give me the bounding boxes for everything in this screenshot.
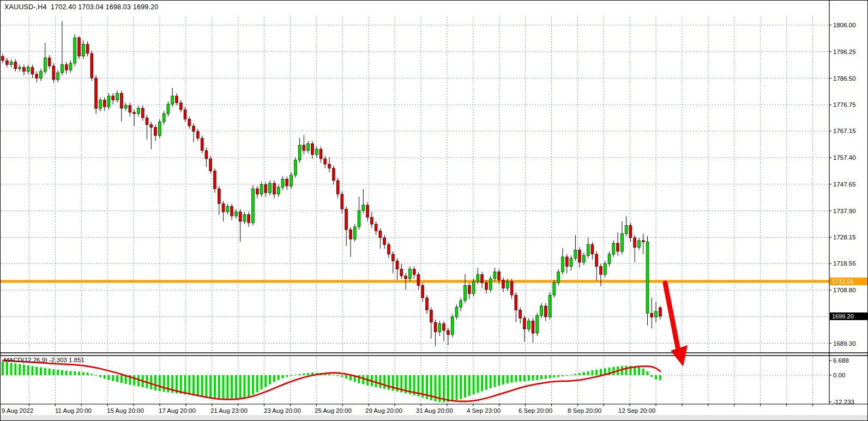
macd-histogram-bar xyxy=(647,371,649,375)
macd-histogram-bar xyxy=(205,375,207,398)
price-axis-label: 1757.40 xyxy=(833,154,856,161)
bear-candle-body xyxy=(341,194,343,209)
macd-histogram-bar xyxy=(99,375,101,377)
bull-candle-body xyxy=(158,122,161,136)
bear-candle-body xyxy=(366,205,369,218)
macd-histogram-bar xyxy=(214,375,216,399)
bear-candle-body xyxy=(413,269,415,275)
macd-histogram-bar xyxy=(273,375,275,382)
bear-candle-body xyxy=(349,230,352,239)
bear-candle-body xyxy=(447,330,449,335)
bear-candle-body xyxy=(52,66,55,80)
macd-histogram-bar xyxy=(248,375,250,396)
macd-histogram-bar xyxy=(578,373,581,375)
bear-candle-body xyxy=(188,119,191,127)
macd-histogram-bar xyxy=(188,375,190,395)
bear-candle-body xyxy=(184,110,186,119)
time-axis-label: 23 Aug 20:00 xyxy=(264,407,301,414)
bull-candle-body xyxy=(464,286,467,301)
bear-candle-body xyxy=(595,254,598,267)
bear-candle-body xyxy=(78,38,81,56)
bull-candle-body xyxy=(19,68,21,69)
macd-histogram-bar xyxy=(349,375,352,381)
macd-histogram-bar xyxy=(511,375,513,383)
macd-histogram-bar xyxy=(468,375,471,396)
bear-candle-body xyxy=(532,321,534,334)
price-axis-label: 1796.25 xyxy=(833,49,856,55)
time-axis-label: 15 Aug 20:00 xyxy=(107,407,144,414)
macd-histogram-bar xyxy=(44,368,46,375)
macd-histogram-bar xyxy=(566,375,568,376)
bull-candle-body xyxy=(612,243,615,254)
bull-candle-body xyxy=(460,300,462,308)
bull-candle-body xyxy=(234,212,237,216)
macd-histogram-bar xyxy=(528,375,530,381)
ohlc-values: 1702.40 1703.04 1698.03 1699.20 xyxy=(51,3,158,11)
bear-candle-body xyxy=(95,78,98,109)
bear-candle-body xyxy=(336,181,339,194)
bear-candle-body xyxy=(629,226,632,238)
bear-candle-body xyxy=(421,286,424,298)
bear-candle-body xyxy=(273,183,275,194)
bear-candle-body xyxy=(498,272,501,280)
bear-candle-body xyxy=(405,276,407,279)
bull-candle-body xyxy=(116,93,119,100)
bull-candle-body xyxy=(281,179,284,188)
candle xyxy=(158,119,161,139)
bull-candle-body xyxy=(553,283,556,296)
candle xyxy=(209,156,212,174)
macd-histogram-bar xyxy=(264,375,267,387)
price-axis-label: 1689.30 xyxy=(833,340,856,347)
price-axis-label: 1718.55 xyxy=(833,260,856,267)
bull-candle-body xyxy=(561,257,564,272)
bear-candle-body xyxy=(510,281,513,295)
macd-histogram-bar xyxy=(91,374,93,375)
macd-axis-label: 6.688 xyxy=(833,357,849,364)
macd-histogram-bar xyxy=(197,375,199,396)
time-axis-label: 17 Aug 20:00 xyxy=(159,407,196,414)
macd-histogram-bar xyxy=(659,375,661,380)
macd-histogram-bar xyxy=(388,375,390,390)
macd-histogram-bar xyxy=(540,375,542,380)
bear-candle-body xyxy=(5,61,8,65)
macd-histogram-bar xyxy=(167,375,169,393)
macd-histogram-bar xyxy=(222,375,225,400)
bear-candle-body xyxy=(154,128,157,136)
candle xyxy=(95,75,98,114)
bear-candle-body xyxy=(179,103,182,110)
macd-histogram-bar xyxy=(447,375,449,402)
macd-histogram-bar xyxy=(120,375,123,383)
macd-histogram-bar xyxy=(600,369,602,375)
time-axis-label: 6 Sep 20:00 xyxy=(519,407,552,414)
macd-histogram-bar xyxy=(154,375,156,390)
macd-histogram-bar xyxy=(69,371,71,375)
bear-candle-body xyxy=(430,310,432,323)
bull-candle-body xyxy=(10,62,13,65)
bull-candle-body xyxy=(61,65,63,73)
macd-histogram-bar xyxy=(19,364,21,375)
bull-candle-body xyxy=(646,242,649,314)
bear-candle-body xyxy=(175,96,178,103)
macd-histogram-bar xyxy=(159,375,161,391)
macd-histogram-bar xyxy=(574,374,576,375)
bear-candle-body xyxy=(192,126,195,131)
chart-canvas[interactable]: 1806.001796.251786.501776.751767.151757.… xyxy=(1,1,868,421)
window-bottom-strip xyxy=(1,415,868,421)
macd-histogram-bar xyxy=(507,375,509,383)
bull-candle-body xyxy=(298,145,301,160)
bear-candle-body xyxy=(22,68,25,72)
price-axis-label: 1767.15 xyxy=(833,128,856,134)
bull-candle-body xyxy=(124,106,127,109)
bear-candle-body xyxy=(218,189,220,204)
macd-histogram-bar xyxy=(150,375,152,389)
macd-histogram-bar xyxy=(235,375,237,400)
bear-candle-body xyxy=(383,238,386,245)
candle xyxy=(553,280,556,298)
macd-histogram-bar xyxy=(587,371,589,375)
macd-histogram-bar xyxy=(515,375,517,382)
bull-candle-body xyxy=(506,281,509,288)
macd-histogram-bar xyxy=(650,375,653,377)
time-axis-label: 12 Sep 20:00 xyxy=(618,407,655,414)
bull-candle-body xyxy=(358,211,360,227)
macd-histogram-bar xyxy=(638,368,640,375)
